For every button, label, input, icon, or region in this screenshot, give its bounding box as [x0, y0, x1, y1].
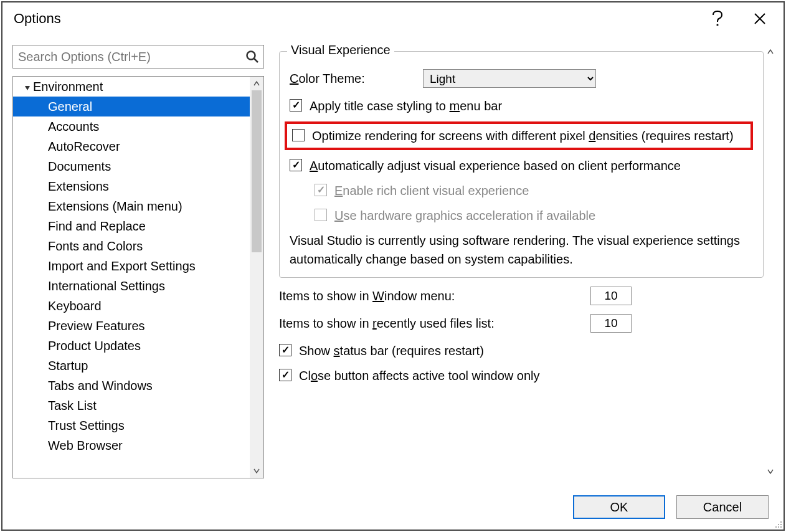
- close-icon: [754, 12, 766, 25]
- scroll-up-icon[interactable]: [764, 45, 777, 59]
- scroll-thumb[interactable]: [252, 90, 262, 252]
- tree-item-tabs-and-windows[interactable]: Tabs and Windows: [13, 376, 250, 396]
- checkbox-icon: [279, 369, 291, 381]
- chk-title-case[interactable]: Apply title case styling to menu bar: [290, 97, 753, 115]
- checkbox-icon: [292, 129, 305, 141]
- window-menu-input[interactable]: [590, 287, 632, 305]
- tree-item-startup[interactable]: Startup: [13, 356, 250, 376]
- tree-item-import-and-export-settings[interactable]: Import and Export Settings: [13, 256, 250, 276]
- svg-point-5: [775, 526, 777, 528]
- svg-point-7: [780, 526, 782, 528]
- svg-point-0: [716, 24, 718, 26]
- checkbox-icon: [315, 209, 327, 221]
- resize-grip-icon[interactable]: [774, 520, 782, 528]
- tree-item-preview-features[interactable]: Preview Features: [13, 316, 250, 336]
- svg-point-2: [780, 521, 782, 523]
- rendering-info-text: Visual Studio is currently using softwar…: [290, 231, 753, 268]
- recent-files-input[interactable]: [590, 314, 632, 333]
- scroll-down-icon[interactable]: [250, 464, 263, 478]
- search-input[interactable]: [18, 50, 244, 64]
- tree-scrollbar[interactable]: [250, 77, 263, 478]
- options-dialog: Options Environment: [1, 1, 785, 531]
- tree-item-autorecover[interactable]: AutoRecover: [13, 136, 250, 156]
- close-button[interactable]: [747, 6, 772, 31]
- cancel-button[interactable]: Cancel: [676, 495, 769, 519]
- chk-hardware-accel: Use hardware graphics acceleration if av…: [315, 206, 753, 225]
- tree-item-trust-settings[interactable]: Trust Settings: [13, 416, 250, 435]
- svg-point-1: [247, 52, 255, 60]
- svg-point-4: [780, 524, 782, 525]
- chk-auto-adjust[interactable]: Automatically adjust visual experience b…: [290, 156, 753, 175]
- caret-down-icon: [24, 80, 31, 94]
- tree-item-accounts[interactable]: Accounts: [13, 116, 250, 136]
- chk-optimize-rendering[interactable]: Optimize rendering for screens with diff…: [292, 126, 746, 145]
- titlebar: Options: [2, 2, 784, 35]
- visual-experience-group: Visual Experience Color Theme: Light App…: [279, 51, 764, 278]
- tree-item-find-and-replace[interactable]: Find and Replace: [13, 216, 250, 236]
- dialog-footer: OK Cancel: [2, 485, 784, 530]
- tree-item-keyboard[interactable]: Keyboard: [13, 296, 250, 316]
- window-menu-label: Items to show in Window menu:: [279, 289, 590, 303]
- svg-point-3: [778, 524, 779, 525]
- tree-item-extensions-main-menu-[interactable]: Extensions (Main menu): [13, 196, 250, 216]
- tree-item-web-browser[interactable]: Web Browser: [13, 435, 250, 455]
- search-icon: [244, 48, 261, 65]
- category-tree[interactable]: Environment GeneralAccountsAutoRecoverDo…: [12, 76, 264, 478]
- checkbox-icon: [290, 99, 302, 112]
- content-scrollbar[interactable]: [764, 45, 777, 478]
- tree-root-environment[interactable]: Environment: [13, 77, 250, 97]
- window-title: Options: [14, 11, 688, 27]
- tree-item-international-settings[interactable]: International Settings: [13, 276, 250, 296]
- scroll-up-icon[interactable]: [250, 77, 263, 90]
- chk-close-button-tool-window[interactable]: Close button affects active tool window …: [279, 366, 764, 385]
- tree-item-extensions[interactable]: Extensions: [13, 176, 250, 196]
- checkbox-icon: [315, 184, 327, 196]
- group-legend: Visual Experience: [287, 45, 394, 57]
- checkbox-icon: [290, 159, 302, 171]
- color-theme-select[interactable]: Light: [423, 69, 596, 88]
- color-theme-label: Color Theme:: [290, 72, 423, 86]
- help-icon: [712, 11, 723, 27]
- scroll-down-icon[interactable]: [764, 465, 777, 478]
- chk-status-bar[interactable]: Show status bar (requires restart): [279, 341, 764, 360]
- tree-item-documents[interactable]: Documents: [13, 156, 250, 176]
- tree-item-product-updates[interactable]: Product Updates: [13, 336, 250, 356]
- tree-item-fonts-and-colors[interactable]: Fonts and Colors: [13, 236, 250, 256]
- search-box[interactable]: [12, 45, 264, 69]
- help-button[interactable]: [705, 6, 730, 31]
- recent-files-label: Items to show in recently used files lis…: [279, 316, 590, 331]
- chk-rich-client: Enable rich client visual experience: [315, 181, 753, 200]
- tree-item-task-list[interactable]: Task List: [13, 396, 250, 416]
- tree-item-general[interactable]: General: [13, 97, 250, 116]
- checkbox-icon: [279, 344, 291, 356]
- svg-point-6: [778, 526, 779, 528]
- highlight-box: Optimize rendering for screens with diff…: [285, 121, 753, 150]
- ok-button[interactable]: OK: [573, 495, 665, 519]
